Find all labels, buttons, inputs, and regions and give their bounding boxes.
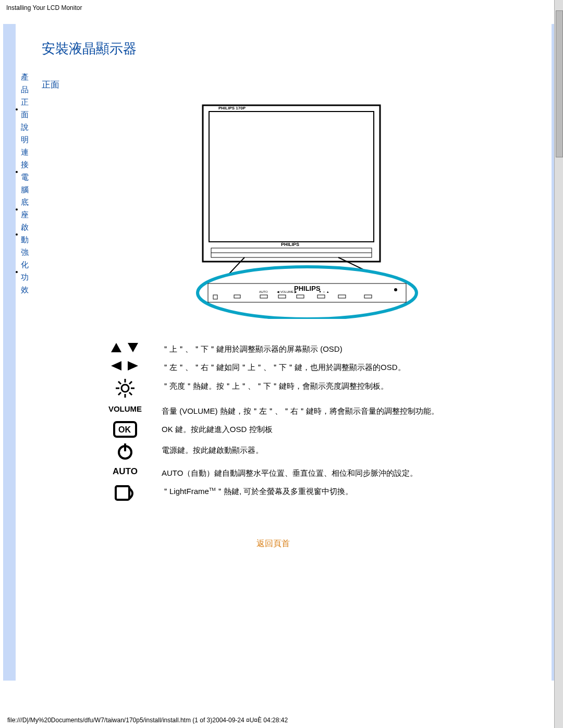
control-desc: AUTO（自動）鍵自動調整水平位置、垂直位置、相位和同步脈沖的設定。 bbox=[156, 464, 444, 482]
back-to-top-link[interactable]: 返回頁首 bbox=[16, 538, 531, 549]
svg-rect-20 bbox=[364, 295, 372, 298]
svg-text:OK: OK bbox=[118, 425, 131, 434]
ok-icon: OK bbox=[94, 420, 156, 441]
volume-label: VOLUME bbox=[94, 402, 156, 420]
control-desc: ＂左＂、＂右＂鍵如同＂上＂、＂下＂鍵，也用於調整顯示器的OSD。 bbox=[156, 358, 444, 376]
sidenav-item-connect[interactable]: 連接電腦 bbox=[21, 146, 30, 196]
svg-rect-10 bbox=[213, 295, 217, 299]
svg-text:PHILIPS: PHILIPS bbox=[281, 242, 299, 247]
sidenav-item-start[interactable]: 啟動 bbox=[21, 221, 30, 246]
svg-line-34 bbox=[118, 392, 121, 395]
brand-text: PHILIPS bbox=[294, 285, 321, 292]
table-row: ＂上＂、＂下＂鍵用於調整顯示器的屏幕顯示 (OSD) bbox=[94, 340, 444, 358]
svg-text:AUTO: AUTO bbox=[259, 290, 268, 293]
footer-path: file:///D|/My%20Documents/dfu/W7/taiwan/… bbox=[7, 717, 288, 724]
page-title: 安裝液晶顯示器 bbox=[42, 40, 531, 58]
svg-line-31 bbox=[118, 381, 121, 384]
table-row: ＂左＂、＂右＂鍵如同＂上＂、＂下＂鍵，也用於調整顯示器的OSD。 bbox=[94, 358, 444, 376]
svg-rect-16 bbox=[297, 295, 304, 298]
sidenav-item-front[interactable]: 產品正面說明 bbox=[21, 71, 30, 146]
left-right-icon bbox=[94, 358, 156, 376]
content-frame: 安裝液晶顯示器 產品正面說明 連接電腦 底座 啟動 強化功效 正面 PHILIP… bbox=[3, 24, 560, 681]
table-row: AUTO AUTO（自動）鍵自動調整水平位置、垂直位置、相位和同步脈沖的設定。 bbox=[94, 464, 444, 482]
svg-marker-22 bbox=[111, 343, 121, 352]
svg-marker-23 bbox=[128, 343, 138, 352]
table-row: ＂亮度＂熱鍵。按＂上＂、＂下＂鍵時，會顯示亮度調整控制板。 bbox=[94, 377, 444, 402]
auto-label: AUTO bbox=[94, 464, 156, 482]
control-desc: ＂LightFrameTM＂熱鍵, 可於全螢幕及多重視窗中切換。 bbox=[156, 482, 444, 507]
scrollbar-thumb[interactable] bbox=[556, 10, 563, 157]
power-icon bbox=[94, 441, 156, 464]
page: Installing Your LCD Monitor 安裝液晶顯示器 產品正面… bbox=[0, 0, 563, 728]
svg-marker-25 bbox=[128, 361, 138, 371]
control-desc: 電源鍵。按此鍵啟動顯示器。 bbox=[156, 441, 444, 464]
svg-line-32 bbox=[129, 392, 132, 395]
header-path: Installing Your LCD Monitor bbox=[0, 0, 563, 14]
svg-rect-17 bbox=[317, 295, 325, 298]
content-panel: 安裝液晶顯示器 產品正面說明 連接電腦 底座 啟動 強化功效 正面 PHILIP… bbox=[16, 24, 552, 681]
svg-marker-24 bbox=[111, 361, 121, 371]
scrollbar[interactable] bbox=[554, 0, 563, 728]
monitor-illustration: PHILIPS 170P PHILIPS PHILIPS bbox=[83, 100, 531, 319]
table-row: OK OK 鍵。按此鍵進入OSD 控制板 bbox=[94, 420, 444, 441]
sidenav-item-optimize[interactable]: 強化功效 bbox=[21, 246, 30, 296]
svg-rect-39 bbox=[116, 486, 129, 500]
svg-text:PHILIPS 170P: PHILIPS 170P bbox=[218, 106, 246, 110]
svg-rect-12 bbox=[260, 295, 267, 298]
svg-rect-19 bbox=[338, 295, 346, 298]
svg-point-26 bbox=[121, 385, 129, 392]
controls-table: ＂上＂、＂下＂鍵用於調整顯示器的屏幕顯示 (OSD) ＂左＂、＂右＂鍵如同＂上＂… bbox=[94, 340, 444, 507]
table-row: 電源鍵。按此鍵啟動顯示器。 bbox=[94, 441, 444, 464]
svg-rect-1 bbox=[209, 112, 374, 242]
control-desc: ＂上＂、＂下＂鍵用於調整顯示器的屏幕顯示 (OSD) bbox=[156, 340, 444, 358]
svg-text:▼ ☼ ▲: ▼ ☼ ▲ bbox=[319, 290, 329, 293]
table-row: ＂LightFrameTM＂熱鍵, 可於全螢幕及多重視窗中切換。 bbox=[94, 482, 444, 507]
up-down-icon bbox=[94, 340, 156, 358]
control-desc: OK 鍵。按此鍵進入OSD 控制板 bbox=[156, 420, 444, 441]
svg-point-21 bbox=[394, 288, 397, 291]
control-desc: 音量 (VOLUME) 熱鍵，按＂左＂、＂右＂鍵時，將會顯示音量的調整控制功能。 bbox=[156, 402, 444, 420]
svg-line-33 bbox=[129, 381, 132, 384]
brightness-icon bbox=[94, 377, 156, 402]
section-heading-front: 正面 bbox=[42, 79, 531, 91]
sidenav-item-base[interactable]: 底座 bbox=[21, 196, 30, 221]
lightframe-icon bbox=[94, 482, 156, 507]
table-row: VOLUME 音量 (VOLUME) 熱鍵，按＂左＂、＂右＂鍵時，將會顯示音量的… bbox=[94, 402, 444, 420]
side-nav: 產品正面說明 連接電腦 底座 啟動 強化功效 bbox=[21, 71, 30, 296]
svg-rect-11 bbox=[234, 295, 240, 298]
control-desc: ＂亮度＂熱鍵。按＂上＂、＂下＂鍵時，會顯示亮度調整控制板。 bbox=[156, 377, 444, 402]
svg-text:◀ VOLUME ▶: ◀ VOLUME ▶ bbox=[277, 290, 297, 293]
svg-rect-14 bbox=[278, 295, 286, 298]
